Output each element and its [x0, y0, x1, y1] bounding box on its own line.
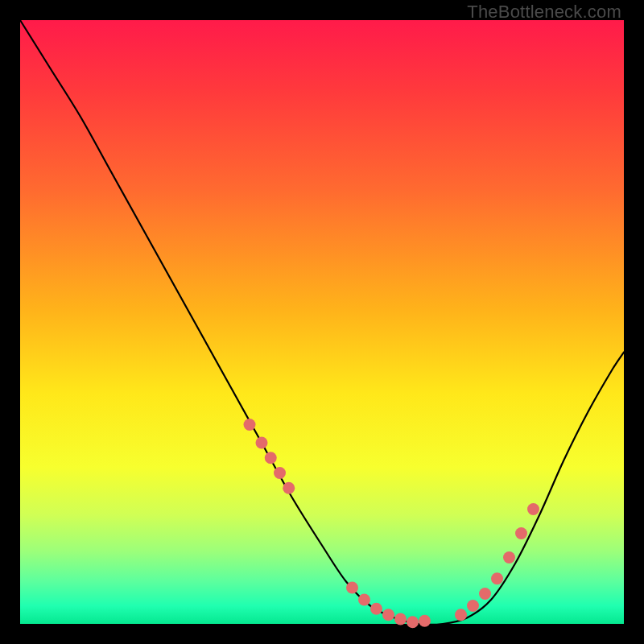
curve-marker — [283, 482, 295, 494]
curve-marker — [394, 613, 407, 625]
curve-marker — [503, 551, 515, 564]
curve-marker — [274, 467, 286, 479]
curve-marker — [382, 609, 394, 621]
curve-marker — [256, 437, 268, 449]
curve-marker — [265, 452, 277, 464]
curve-marker — [407, 616, 419, 628]
bottleneck-curve — [20, 20, 624, 625]
curve-marker — [455, 609, 467, 621]
curve-marker — [346, 582, 358, 594]
curve-marker — [515, 527, 527, 539]
curve-marker — [358, 594, 370, 606]
curve-markers — [244, 419, 540, 628]
chart-svg — [20, 20, 624, 624]
curve-marker — [467, 600, 479, 612]
curve-marker — [479, 588, 491, 600]
curve-marker — [370, 603, 382, 615]
curve-marker — [527, 503, 539, 515]
curve-marker — [491, 572, 503, 584]
watermark-text: TheBottleneck.com — [467, 2, 621, 23]
curve-marker — [244, 419, 256, 431]
curve-marker — [419, 615, 431, 627]
